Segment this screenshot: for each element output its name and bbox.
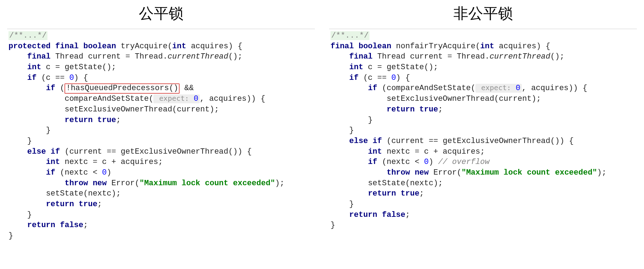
fair-lock-code: /**...*/ protected final boolean tryAcqu… [7, 29, 315, 241]
error-msg: "Maximum lock count exceeded" [140, 179, 275, 188]
method-name: nonfairTryAcquire( [396, 42, 480, 51]
and-op: && [180, 84, 194, 93]
kw-false: false [60, 221, 83, 230]
hint-label: expect: [477, 83, 511, 92]
brace-close: } [349, 126, 354, 135]
else-if-cond: (current == getExclusiveOwnerThread()) { [382, 137, 574, 146]
semi: ; [97, 200, 102, 209]
error-call: Error( [107, 179, 139, 188]
kw-final: final [349, 52, 373, 61]
hint-zero: 0 [194, 94, 198, 103]
kw-int: int [349, 63, 363, 72]
brace-close: } [9, 231, 13, 240]
method-modifiers: final boolean [331, 42, 391, 51]
semi: ; [419, 189, 424, 198]
literal-zero2: 0 [424, 158, 429, 166]
set-owner: setExclusiveOwnerThread(current); [386, 94, 541, 103]
kw-return: return [64, 116, 92, 125]
if-cond-open: (c == [358, 73, 391, 82]
kw-return2: return [46, 200, 74, 209]
fair-lock-panel: 公平锁 /**...*/ protected final boolean try… [0, 4, 322, 252]
kw-int2: int [368, 147, 382, 156]
brace-close: } [27, 137, 32, 146]
set-owner: setExclusiveOwnerThread(current); [64, 105, 219, 114]
if-cond-open: (c == [36, 73, 69, 82]
end-call: (); [550, 52, 565, 61]
kw-if3: if [46, 168, 55, 177]
brace-close: } [331, 221, 335, 230]
brace-close: } [349, 200, 354, 209]
comment-overflow: // overflow [438, 158, 490, 166]
end-call: (); [228, 52, 243, 61]
kw-if2: if [368, 84, 377, 93]
hint-zero: 0 [516, 84, 520, 93]
kw-return2: return [368, 189, 396, 198]
param-name: acquires) { [186, 42, 242, 51]
kw-return3: return [27, 221, 55, 230]
nextc-decl: nextc = c + acquires; [382, 147, 485, 156]
method-name: tryAcquire( [121, 42, 172, 51]
comparison-container: 公平锁 /**...*/ protected final boolean try… [0, 0, 644, 252]
kw-true2: true [79, 200, 97, 209]
kw-throw: throw [64, 179, 88, 188]
param-hint: expect: 0 [153, 94, 200, 103]
kw-int2: int [46, 158, 60, 166]
if3-open: (nextc < [377, 158, 424, 166]
brace-close: } [368, 116, 373, 125]
kw-return3: return [349, 210, 377, 219]
literal-zero: 0 [391, 73, 396, 82]
kw-else-if: else if [27, 147, 60, 156]
kw-if: if [27, 73, 36, 82]
nonfair-lock-code-block: /**...*/ final boolean nonfairTryAcquire… [329, 29, 637, 231]
semi: ; [438, 105, 443, 114]
if2-open: ( [55, 84, 64, 93]
doc-comment: /**...*/ [9, 31, 47, 40]
kw-false: false [382, 210, 405, 219]
nonfair-lock-panel: 非公平锁 /**...*/ final boolean nonfairTryAc… [322, 4, 644, 252]
fair-lock-code-block: /**...*/ protected final boolean tryAcqu… [7, 29, 315, 241]
setstate: setState(nextc); [368, 179, 443, 188]
if-cond-close: ) { [74, 73, 88, 82]
hint-label: expect: [155, 94, 189, 103]
cas-close: , acquires)) { [522, 84, 587, 93]
cas-call: compareAndSetState( [64, 94, 153, 103]
kw-if: if [349, 73, 358, 82]
param-name: acquires) { [494, 42, 550, 51]
kw-else-if: else if [349, 137, 382, 146]
if-cond-close: ) { [396, 73, 410, 82]
kw-int: int [27, 63, 41, 72]
else-if-cond: (current == getExclusiveOwnerThread()) { [60, 147, 252, 156]
kw-true: true [97, 116, 116, 125]
if3-close: ) [107, 168, 111, 177]
param-type: int [480, 42, 494, 51]
fair-lock-title: 公平锁 [7, 4, 315, 23]
semi: ; [405, 210, 410, 219]
var-decl: Thread current = Thread. [373, 52, 490, 61]
kw-final: final [27, 52, 51, 61]
kw-throw: throw [386, 168, 410, 177]
param-hint: expect: 0 [475, 84, 522, 93]
call-currentThread: currentThread [490, 52, 550, 61]
error-call: Error( [429, 168, 461, 177]
kw-if3: if [368, 158, 377, 166]
literal-zero: 0 [69, 73, 74, 82]
getstate: c = getState(); [41, 63, 116, 72]
kw-true2: true [401, 189, 419, 198]
literal-zero2: 0 [102, 168, 107, 177]
var-decl: Thread current = Thread. [51, 52, 168, 61]
setstate: setState(nextc); [46, 189, 121, 198]
getstate: c = getState(); [363, 63, 438, 72]
kw-return: return [386, 105, 414, 114]
cas-close: , acquires)) { [200, 94, 265, 103]
error-close: ); [597, 168, 606, 177]
error-msg: "Maximum lock count exceeded" [462, 168, 597, 177]
kw-if2: if [46, 84, 55, 93]
brace-close: } [46, 126, 51, 135]
nonfair-lock-code: /**...*/ final boolean nonfairTryAcquire… [329, 29, 637, 231]
brace-close: } [27, 210, 32, 219]
nextc-decl: nextc = c + acquires; [60, 158, 163, 166]
semi: ; [116, 116, 121, 125]
if3-open: (nextc < [55, 168, 102, 177]
method-modifiers: protected final boolean [9, 42, 116, 51]
kw-true: true [419, 105, 438, 114]
